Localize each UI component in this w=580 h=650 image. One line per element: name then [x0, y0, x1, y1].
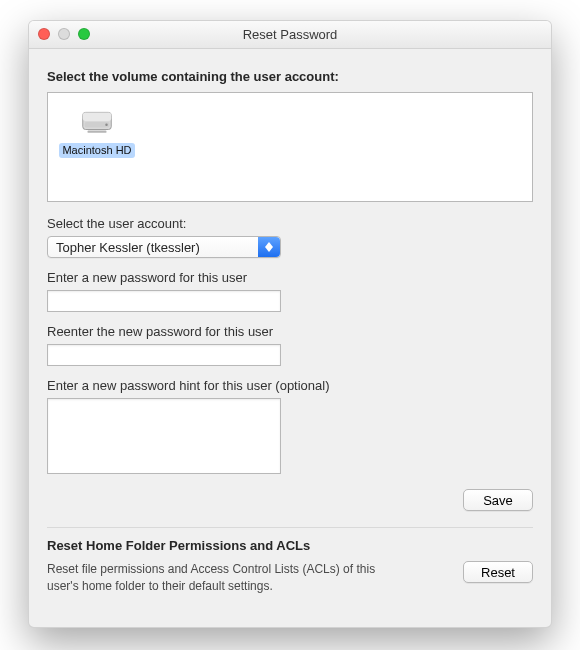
reenter-password-label: Reenter the new password for this user: [47, 324, 533, 339]
reset-button[interactable]: Reset: [463, 561, 533, 583]
volume-list[interactable]: Macintosh HD: [47, 92, 533, 202]
svg-point-3: [105, 124, 107, 126]
volume-label: Macintosh HD: [59, 143, 134, 158]
new-password-label: Enter a new password for this user: [47, 270, 533, 285]
minimize-icon: [58, 28, 70, 40]
maximize-icon[interactable]: [78, 28, 90, 40]
traffic-lights: [38, 28, 90, 40]
acl-row: Reset file permissions and Access Contro…: [47, 561, 533, 595]
save-button[interactable]: Save: [463, 489, 533, 511]
acl-heading: Reset Home Folder Permissions and ACLs: [47, 538, 533, 553]
new-password-input[interactable]: [47, 290, 281, 312]
acl-description: Reset file permissions and Access Contro…: [47, 561, 407, 595]
svg-rect-1: [83, 112, 112, 121]
window-title: Reset Password: [29, 27, 551, 42]
section-divider: [47, 527, 533, 528]
close-icon[interactable]: [38, 28, 50, 40]
password-hint-input[interactable]: [47, 398, 281, 474]
titlebar: Reset Password: [29, 21, 551, 49]
svg-rect-4: [88, 130, 107, 132]
hard-drive-icon: [78, 101, 116, 139]
password-hint-label: Enter a new password hint for this user …: [47, 378, 533, 393]
volume-item-macintosh-hd[interactable]: Macintosh HD: [58, 101, 136, 158]
svg-marker-6: [265, 247, 273, 252]
volume-heading: Select the volume containing the user ac…: [47, 69, 533, 84]
user-account-label: Select the user account:: [47, 216, 533, 231]
user-account-selected-value: Topher Kessler (tkessler): [56, 240, 200, 255]
reenter-password-input[interactable]: [47, 344, 281, 366]
select-stepper-icon: [258, 237, 280, 257]
user-account-select[interactable]: Topher Kessler (tkessler): [47, 236, 281, 258]
reset-password-window: Reset Password Select the volume contain…: [28, 20, 552, 628]
save-button-row: Save: [47, 489, 533, 511]
window-content: Select the volume containing the user ac…: [29, 49, 551, 613]
